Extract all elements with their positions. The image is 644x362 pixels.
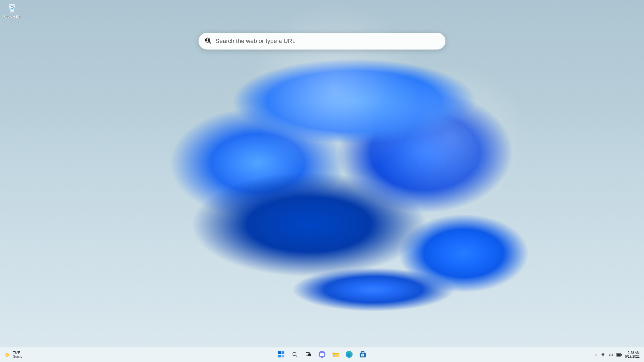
svg-point-4 [5, 353, 9, 357]
weather-temperature: 78°F [13, 351, 22, 355]
svg-rect-18 [360, 352, 366, 357]
taskbar-search-button[interactable] [289, 349, 301, 361]
taskbar-clock[interactable]: 9:28 AM 5/18/2022 [625, 351, 640, 359]
svg-rect-25 [621, 354, 622, 355]
system-tray: 9:28 AM 5/18/2022 [562, 351, 644, 359]
battery-icon[interactable] [616, 353, 622, 357]
file-explorer-icon [332, 350, 340, 360]
task-view-icon [305, 351, 312, 359]
svg-rect-5 [278, 351, 281, 354]
desktop-icon-label: Recycle Bin [1, 15, 23, 19]
svg-rect-15 [320, 353, 323, 355]
svg-rect-8 [281, 355, 284, 357]
weather-condition: Sunny [13, 355, 22, 358]
search-icon [292, 351, 298, 359]
task-view-button[interactable] [302, 349, 314, 361]
svg-rect-12 [308, 354, 311, 356]
microsoft-store-button[interactable] [357, 349, 369, 361]
sound-icon[interactable] [608, 352, 613, 357]
edge-icon [345, 350, 353, 360]
clock-time: 9:28 AM [625, 351, 640, 355]
recycle-bin-icon [5, 1, 18, 14]
file-explorer-button[interactable] [330, 349, 342, 361]
svg-rect-6 [281, 351, 284, 354]
svg-rect-22 [363, 355, 364, 356]
weather-text: 78°F Sunny [13, 351, 22, 358]
clock-date: 5/18/2022 [625, 355, 640, 359]
chat-button[interactable] [316, 349, 328, 361]
edge-button[interactable] [343, 349, 355, 361]
svg-line-10 [296, 355, 297, 357]
svg-point-23 [603, 356, 603, 356]
chat-icon [318, 350, 326, 360]
start-icon [277, 350, 285, 360]
taskbar-pinned-apps [82, 349, 562, 361]
weather-widget[interactable]: 78°F Sunny [0, 351, 82, 358]
svg-rect-0 [9, 4, 15, 5]
start-button[interactable] [275, 349, 287, 361]
svg-rect-16 [334, 355, 335, 356]
wifi-icon[interactable] [601, 352, 606, 357]
taskbar: 78°F Sunny [0, 347, 644, 362]
show-hidden-icons-button[interactable] [594, 353, 598, 357]
svg-line-2 [209, 42, 211, 43]
microsoft-store-icon [359, 350, 367, 360]
weather-sunny-icon [4, 352, 10, 358]
svg-rect-19 [361, 354, 363, 355]
desktop-search-widget[interactable] [199, 33, 445, 50]
wallpaper [0, 0, 644, 362]
svg-rect-7 [278, 355, 281, 357]
search-web-icon [205, 37, 212, 45]
desktop-icon-recycle-bin[interactable]: Recycle Bin [1, 1, 23, 19]
svg-rect-26 [617, 354, 620, 356]
desktop-search-input[interactable] [215, 38, 439, 45]
svg-rect-21 [361, 355, 363, 356]
svg-rect-20 [363, 354, 364, 355]
